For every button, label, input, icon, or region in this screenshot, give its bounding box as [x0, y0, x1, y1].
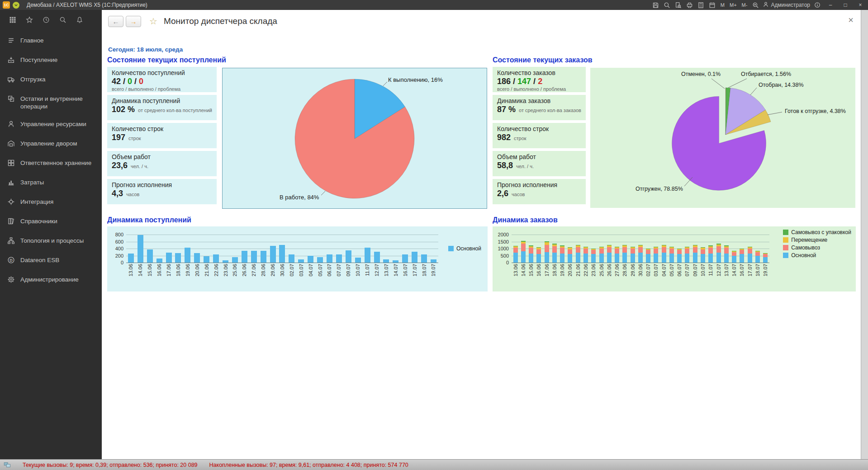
x-axis-label: 22.06 [583, 264, 588, 277]
legend-label: Самовывоз с упаковкой [791, 229, 851, 235]
bar [374, 252, 380, 263]
receipts-chart-heading[interactable]: Динамика поступлений [107, 216, 191, 224]
sidebar-item-administrirovanie[interactable]: Администрирование [0, 271, 102, 290]
stat-card-title: Количество строк [497, 125, 581, 133]
bar-segment [724, 254, 729, 263]
bar [279, 245, 285, 263]
stat-card-value: 42 / 0 / 0 [112, 77, 143, 86]
close-form-button[interactable]: × [848, 15, 854, 24]
calculator-icon[interactable] [697, 1, 705, 9]
calendar-icon[interactable] [708, 1, 716, 9]
sidebar-item-glavnoe[interactable]: Главное [0, 32, 102, 51]
sidebar-item-upravlenie-resursami[interactable]: Управление ресурсами [0, 115, 102, 135]
stat-card: Прогноз исполнения2,6часов [493, 179, 586, 204]
maximize-button[interactable]: □ [840, 1, 851, 9]
x-axis-label: 26.06 [607, 264, 612, 277]
print-preview-icon[interactable] [674, 1, 683, 9]
sidebar-item-label: Затраты [20, 179, 44, 186]
x-axis-label: 28.06 [261, 264, 266, 277]
sidebar-item-spravochniki[interactable]: Справочники [0, 212, 102, 232]
memory-button-m[interactable]: M [720, 2, 726, 8]
stat-card-value: 982 [497, 133, 511, 142]
bar [708, 245, 713, 263]
person-icon [7, 120, 15, 130]
sidebar-item-upravlenie-dvorom[interactable]: Управление двором [0, 135, 102, 154]
pie-label-leader [728, 79, 747, 88]
sidebar-item-otgruzka[interactable]: Отгрузка [0, 70, 102, 90]
bar-segment [685, 254, 689, 263]
bar-segment [646, 250, 650, 254]
save-icon[interactable] [652, 1, 660, 9]
history-icon[interactable] [43, 16, 50, 24]
sidebar-item-datareon-esb[interactable]: DDatareon ESB [0, 251, 102, 271]
apps-grid-icon[interactable] [9, 16, 16, 24]
info-icon[interactable] [813, 1, 821, 9]
bar [251, 251, 257, 263]
layers-icon [7, 95, 15, 104]
minimize-button[interactable]: – [825, 1, 836, 9]
main-menu-dropdown-icon[interactable] [13, 2, 19, 9]
bar [662, 245, 666, 263]
x-axis-label: 15.06 [528, 264, 534, 277]
x-axis-label: 02.07 [645, 264, 651, 277]
bar [308, 256, 313, 263]
bar-segment [298, 259, 304, 263]
close-button[interactable]: × [854, 1, 866, 9]
y-axis-label: 0 [108, 260, 123, 265]
x-axis-label: 25.06 [599, 264, 604, 277]
bar [536, 247, 541, 263]
scrollbar-track[interactable] [861, 10, 868, 459]
orders-chart-heading[interactable]: Динамика заказов [493, 216, 558, 224]
stat-card-title: Количество поступлений [112, 69, 212, 77]
date-line: Сегодня: 18 июля, среда [108, 46, 183, 53]
current-user-button[interactable]: Администратор [763, 1, 810, 9]
memory-button-mminus[interactable]: M- [741, 2, 749, 8]
bar-segment [748, 254, 752, 263]
x-axis-label: 04.07 [661, 264, 667, 277]
receipts-section-heading[interactable]: Состояние текущих поступлений [107, 56, 226, 64]
x-axis-label: 19.07 [431, 264, 436, 277]
sidebar-item-ostatki[interactable]: Остатки и внутренние операции [0, 90, 102, 115]
stat-card-caption: строк [514, 136, 526, 141]
bar [421, 254, 427, 263]
sidebar-item-integraciya[interactable]: Интеграция [0, 193, 102, 212]
memory-button-mplus[interactable]: M+ [729, 2, 738, 8]
legend-item: Основной [783, 252, 851, 258]
search-icon[interactable] [59, 16, 66, 24]
bar-segment [622, 253, 627, 263]
stat-card: Динамика заказов87 %от среднего кол-ва з… [493, 95, 586, 120]
x-axis-label: 15.06 [147, 264, 152, 277]
stat-card-caption: строк [128, 136, 141, 141]
bar-segment [279, 245, 285, 263]
find-icon[interactable] [663, 1, 671, 9]
bar-segment [708, 254, 713, 263]
bar-segment [521, 251, 526, 263]
orders-section-heading[interactable]: Состояние текущих заказов [493, 56, 593, 64]
zoom-icon[interactable] [751, 1, 759, 9]
x-axis-label: 27.06 [614, 264, 620, 277]
sidebar-item-postuplenie[interactable]: Поступление [0, 51, 102, 70]
status-current-calls: Текущие вызовы: 9; время: 0,39; отправле… [23, 462, 198, 468]
sidebar-item-topologiya[interactable]: Топология и процессы [0, 232, 102, 251]
nav-forward-button[interactable]: → [126, 16, 141, 27]
x-axis-label: 16.06 [157, 264, 162, 277]
sidebar-item-otvetstvennoe-hranenie[interactable]: Ответственное хранение [0, 154, 102, 174]
stat-card-value: 186 / 147 / 2 [497, 77, 542, 86]
bar-segment [740, 254, 744, 263]
x-axis-label: 19.07 [763, 264, 768, 277]
notifications-icon[interactable] [76, 16, 83, 24]
x-axis-label: 07.07 [684, 264, 690, 277]
nav-back-button[interactable]: ← [108, 16, 123, 27]
print-icon[interactable] [686, 1, 694, 9]
x-axis-label: 13.06 [128, 264, 133, 277]
sidebar-item-zatraty[interactable]: Затраты [0, 174, 102, 193]
x-axis-label: 21.06 [575, 264, 581, 277]
orders-bar-chart: 050010001500200013.0614.0615.0616.0617.0… [493, 226, 856, 291]
x-axis-label: 25.06 [232, 264, 237, 277]
bar [607, 245, 612, 263]
favorite-star-icon[interactable]: ☆ [149, 16, 157, 27]
x-axis-label: 11.07 [365, 264, 370, 276]
favorites-icon[interactable] [26, 16, 33, 24]
bar-segment [521, 244, 526, 251]
stat-card: Объем работ23,6чел. / ч. [107, 151, 217, 176]
